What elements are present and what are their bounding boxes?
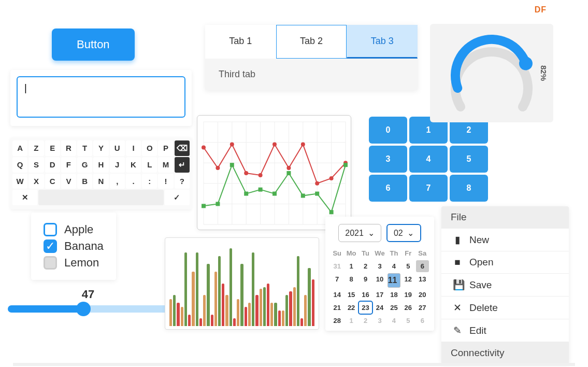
kbd-key-d[interactable]: D: [45, 157, 60, 173]
cal-day[interactable]: 2: [359, 260, 372, 272]
kbd-key-y[interactable]: Y: [93, 140, 108, 156]
kbd-key-g[interactable]: G: [77, 157, 92, 173]
cal-day[interactable]: 1: [345, 260, 357, 272]
slider-thumb[interactable]: [76, 302, 91, 316]
numpad-6[interactable]: 6: [369, 175, 407, 202]
kbd-key-a[interactable]: A: [12, 140, 27, 156]
kbd-key-t[interactable]: T: [77, 140, 92, 156]
kbd-key-![interactable]: !: [158, 174, 173, 189]
cal-day[interactable]: 11: [388, 273, 400, 288]
numpad-0[interactable]: 0: [369, 117, 407, 144]
cal-dow: We: [373, 247, 386, 259]
cal-day[interactable]: 8: [345, 273, 357, 288]
cal-day[interactable]: 14: [331, 289, 343, 301]
menu-item-label: New: [469, 234, 489, 246]
tab-1[interactable]: Tab 1: [205, 25, 276, 59]
kbd-key-z[interactable]: Z: [28, 140, 44, 156]
numpad-3[interactable]: 3: [369, 146, 407, 173]
kbd-key-f[interactable]: F: [61, 157, 76, 173]
kbd-key-l[interactable]: L: [142, 157, 157, 173]
month-select[interactable]: 02⌄: [386, 224, 421, 242]
cal-day[interactable]: 21: [331, 302, 343, 314]
slider[interactable]: 47: [8, 288, 168, 313]
kbd-key-r[interactable]: R: [61, 140, 76, 156]
kbd-key-u[interactable]: U: [110, 140, 125, 156]
cal-day[interactable]: 7: [331, 273, 343, 288]
cal-day[interactable]: 23: [359, 302, 372, 314]
bar: [211, 315, 213, 327]
kbd-key-q[interactable]: Q: [12, 157, 27, 173]
numpad-5[interactable]: 5: [450, 146, 488, 173]
checkbox-banana[interactable]: ✓Banana: [44, 239, 104, 253]
menu-item-new[interactable]: ▮New: [441, 229, 569, 251]
kbd-key-s[interactable]: S: [28, 157, 44, 173]
kbd-key-e[interactable]: E: [45, 140, 60, 156]
kbd-key-k[interactable]: K: [126, 157, 141, 173]
kbd-key-v[interactable]: V: [61, 174, 76, 189]
menu-item-save[interactable]: 💾Save: [441, 274, 569, 296]
checkbox-apple[interactable]: Apple: [44, 223, 104, 236]
tab-2[interactable]: Tab 2: [276, 25, 347, 59]
kbd-key-?[interactable]: ?: [175, 174, 190, 189]
bar-group: [260, 284, 270, 327]
numpad-4[interactable]: 4: [409, 146, 448, 173]
checkbox-label: Banana: [64, 239, 104, 253]
cal-day[interactable]: 20: [416, 289, 429, 301]
cal-day[interactable]: 27: [416, 302, 429, 314]
cal-day[interactable]: 17: [373, 289, 386, 301]
menu-item-delete[interactable]: ✕Delete: [441, 297, 569, 319]
kbd-key-x[interactable]: X: [28, 174, 44, 189]
kbd-key-h[interactable]: H: [93, 157, 108, 173]
menu-item-edit[interactable]: ✎Edit: [441, 319, 569, 342]
kbd-key-:[interactable]: :: [142, 174, 157, 189]
checkbox-box: [44, 223, 57, 236]
cal-day[interactable]: 16: [359, 289, 372, 301]
kbd-key-↵[interactable]: ↵: [175, 157, 190, 173]
cal-day[interactable]: 28: [331, 315, 343, 327]
cal-day[interactable]: 26: [401, 302, 414, 314]
cal-day[interactable]: 25: [388, 302, 400, 314]
kbd-key-p[interactable]: P: [158, 140, 173, 156]
bar: [218, 256, 221, 326]
bar: [263, 287, 266, 326]
cal-day[interactable]: 13: [416, 273, 429, 288]
kbd-ok[interactable]: ✓: [165, 190, 190, 205]
bar: [181, 307, 183, 327]
slider-track[interactable]: [8, 305, 168, 313]
text-input[interactable]: |: [17, 76, 185, 118]
kbd-key-o[interactable]: O: [142, 140, 157, 156]
cal-day[interactable]: 24: [373, 302, 386, 314]
kbd-key-,[interactable]: ,: [110, 174, 125, 189]
cal-day[interactable]: 3: [373, 260, 386, 272]
kbd-key-j[interactable]: J: [110, 157, 125, 173]
kbd-key-.[interactable]: .: [126, 174, 141, 189]
kbd-space[interactable]: [38, 190, 163, 205]
cal-day[interactable]: 22: [345, 302, 357, 314]
kbd-key-w[interactable]: W: [12, 174, 27, 189]
kbd-key-b[interactable]: B: [77, 174, 92, 189]
cal-day[interactable]: 9: [359, 273, 372, 288]
cal-day[interactable]: 6: [416, 260, 429, 272]
kbd-key-m[interactable]: M: [158, 157, 173, 173]
bar: [260, 289, 262, 326]
kbd-key-⌫[interactable]: ⌫: [175, 140, 190, 156]
cal-day[interactable]: 19: [401, 289, 414, 301]
cal-day[interactable]: 10: [373, 273, 386, 288]
kbd-key-i[interactable]: I: [126, 140, 141, 156]
svg-point-22: [273, 143, 277, 147]
year-select[interactable]: 2021⌄: [338, 224, 381, 242]
cal-day[interactable]: 12: [401, 273, 414, 288]
cal-day[interactable]: 18: [388, 289, 400, 301]
cal-day[interactable]: 5: [401, 260, 414, 272]
cal-day[interactable]: 15: [345, 289, 357, 301]
kbd-cancel[interactable]: ✕: [12, 190, 37, 205]
kbd-key-c[interactable]: C: [45, 174, 60, 189]
menu-item-open[interactable]: ■Open: [441, 251, 569, 273]
kbd-key-n[interactable]: N: [93, 174, 108, 189]
numpad-8[interactable]: 8: [450, 175, 488, 202]
numpad-7[interactable]: 7: [409, 175, 448, 202]
chevron-down-icon: ⌄: [407, 228, 414, 238]
tab-3[interactable]: Tab 3: [347, 25, 418, 59]
cal-day[interactable]: 4: [388, 260, 400, 272]
primary-button[interactable]: Button: [52, 29, 135, 61]
